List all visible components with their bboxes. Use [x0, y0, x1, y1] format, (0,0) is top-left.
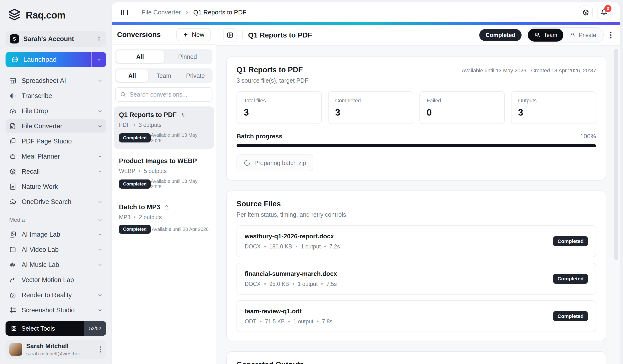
notifications-button[interactable]: 3 [597, 5, 611, 20]
visibility-toggle: Team Private [526, 27, 604, 43]
status-badge: Completed [119, 133, 151, 143]
generated-outputs-title: Generated Outputs [237, 360, 596, 364]
conversions-panel: Conversions New All Pinned All Team Priv… [112, 25, 216, 364]
conversion-title: Q1 Reports to PDF [119, 111, 177, 119]
visibility-team-button[interactable]: Team [528, 29, 563, 42]
tab-pinned[interactable]: Pinned [164, 50, 212, 63]
sidebar-toggle-button[interactable] [120, 8, 129, 17]
visibility-private-button[interactable]: Private [563, 29, 602, 42]
lock-icon [164, 205, 169, 210]
tab-scope-team[interactable]: Team [148, 69, 180, 82]
status-badge: Completed [119, 179, 151, 189]
profile-name: Sarah Mitchell [26, 342, 94, 350]
select-tools-label: Select Tools [22, 325, 55, 332]
overview-card: Q1 Reports to PDF 3 source file(s), targ… [226, 56, 606, 180]
sidebar-item-render-to-reality[interactable]: Render to Reality [5, 288, 106, 302]
sidebar-item-label: Render to Reality [22, 291, 72, 299]
file-format: DOCX [245, 281, 261, 287]
sidebar-item-file-converter[interactable]: File Converter [5, 119, 106, 133]
file-outputs: 1 output [301, 243, 321, 250]
file-name: team-review-q1.odt [245, 308, 333, 315]
conversion-title: Product Images to WEBP [119, 157, 197, 165]
detail-scroll-area[interactable]: Q1 Reports to PDF 3 source file(s), targ… [216, 46, 620, 364]
brand-logo-icon [7, 8, 22, 22]
brand-name: Raq.com [26, 10, 65, 21]
stat-label: Outputs [518, 98, 589, 104]
sidebar-nav: Spreadsheet AI Transcribe File Drop File… [5, 74, 106, 209]
stats-grid: Total files 3 Completed 3 Failed 0 Out [237, 91, 596, 124]
sidebar-item-meal-planner[interactable]: Meal Planner [5, 150, 106, 163]
sidebar-item-spreadsheet-ai[interactable]: Spreadsheet AI [5, 74, 106, 87]
batch-progress-value: 100% [580, 133, 596, 140]
table-row[interactable]: westbury-q1-2026-report.docx DOCX • 180.… [237, 225, 596, 257]
tab-scope-all[interactable]: All [116, 69, 148, 82]
sidebar-item-nature-work[interactable]: Nature Work [5, 180, 106, 193]
profile-menu-button[interactable] [98, 345, 102, 354]
more-options-button[interactable] [609, 30, 613, 40]
stat-completed: Completed 3 [328, 91, 413, 124]
status-badge: Completed [553, 274, 588, 284]
sidebar-item-ai-music-lab[interactable]: AI Music Lab [5, 258, 106, 272]
team-label: Team [544, 32, 557, 39]
accent-gradient-bar [112, 22, 620, 25]
sidebar: Raq.com S Sarah's Account Launchpad [0, 0, 112, 364]
dot-separator: • [288, 318, 290, 325]
scrollbar[interactable] [614, 49, 618, 260]
dot-separator: • [321, 281, 323, 287]
detail-header: Q1 Reports to PDF Completed Team Private [216, 25, 620, 46]
chevron-down-icon [97, 154, 103, 159]
tab-scope-private[interactable]: Private [179, 69, 211, 82]
account-switcher[interactable]: S Sarah's Account [5, 31, 106, 47]
page-title: Q1 Reports to PDF [248, 31, 312, 39]
chevron-down-icon [97, 199, 103, 204]
lock-icon [570, 32, 576, 38]
conversion-format: PDF [119, 122, 130, 128]
dot-separator: • [134, 214, 135, 221]
status-badge: Completed [119, 225, 151, 234]
account-avatar: S [10, 34, 19, 43]
sidebar-item-pdf-page-studio[interactable]: PDF Page Studio [5, 134, 106, 148]
sidebar-item-label: AI Image Lab [22, 231, 60, 238]
sidebar-item-transcribe[interactable]: Transcribe [5, 89, 106, 103]
generated-outputs-card: Generated Outputs [226, 351, 606, 364]
new-conversion-button[interactable]: New [177, 28, 211, 41]
table-row[interactable]: financial-summary-march.docx DOCX • 95.0… [237, 263, 596, 295]
sidebar-item-ai-video-lab[interactable]: AI Video Lab [5, 243, 106, 256]
list-item[interactable]: Batch to MP3 MP3 • 2 outputs Completed A… [114, 199, 214, 239]
sidebar-item-screenshot-studio[interactable]: Screenshot Studio [5, 303, 106, 317]
sidebar-item-onedrive-search[interactable]: OneDrive Search [5, 195, 106, 209]
profile-card[interactable]: Sarah Mitchell sarah.mitchell@westbur... [5, 340, 106, 359]
dot-separator: • [260, 318, 262, 325]
launchpad-expand-button[interactable] [91, 52, 106, 67]
list-item[interactable]: Q1 Reports to PDF PDF • 3 outputs Comple… [114, 107, 214, 149]
package-search-button[interactable] [579, 5, 593, 20]
table-row[interactable]: team-review-q1.odt ODT • 71.5 KB • 1 out… [237, 300, 596, 332]
divider [135, 9, 135, 16]
preparing-zip-button[interactable]: Preparing batch zip [237, 154, 313, 171]
main-content: Q1 Reports to PDF Completed Team Private [216, 25, 620, 364]
conversion-outputs: 5 outputs [144, 168, 167, 174]
search-input[interactable] [130, 91, 208, 98]
spinner-icon [244, 160, 250, 166]
launchpad-button[interactable]: Launchpad [5, 52, 106, 67]
sidebar-item-label: Transcribe [22, 92, 52, 100]
media-section-header[interactable]: Media [5, 214, 106, 225]
select-tools-button[interactable]: Select Tools 52/52 [5, 321, 106, 336]
sidebar-item-label: File Drop [22, 107, 48, 115]
breadcrumb-section[interactable]: File Converter [142, 9, 181, 16]
pages-icon [9, 138, 16, 145]
sidebar-item-ai-image-lab[interactable]: AI Image Lab [5, 228, 106, 241]
sidebar-item-file-drop[interactable]: File Drop [5, 104, 106, 118]
file-name: financial-summary-march.docx [245, 270, 337, 278]
panel-collapse-button[interactable] [223, 28, 237, 42]
cloud-search-icon [9, 198, 16, 205]
search-conversions[interactable] [115, 87, 212, 102]
tab-all[interactable]: All [116, 50, 164, 63]
divider [242, 31, 243, 39]
list-item[interactable]: Product Images to WEBP WEBP • 5 outputs … [114, 152, 214, 195]
sidebar-item-label: Screenshot Studio [22, 307, 75, 314]
sidebar-item-recall[interactable]: Recall [5, 165, 106, 178]
conversion-format: WEBP [119, 168, 135, 174]
sidebar-item-vector-motion-lab[interactable]: Vector Motion Lab [5, 273, 106, 287]
file-duration: 7.2s [329, 243, 340, 250]
